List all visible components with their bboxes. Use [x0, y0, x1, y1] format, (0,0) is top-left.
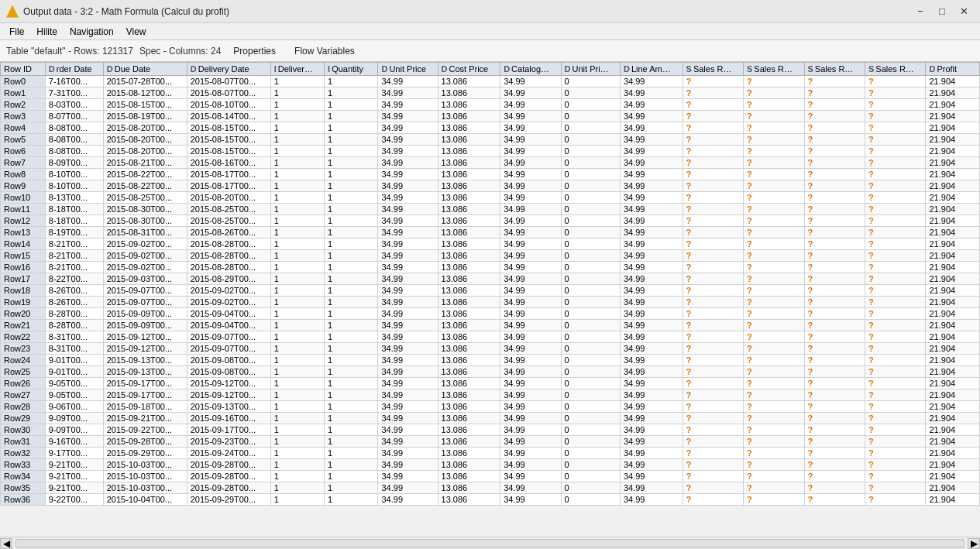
col-header-deliver[interactable]: IDeliver…: [270, 63, 324, 76]
table-row[interactable]: Row12 8-18T00... 2015-08-30T00... 2015-0…: [1, 215, 980, 227]
cell-line-am: 34.99: [620, 87, 683, 99]
table-row[interactable]: Row29 9-09T00... 2015-09-21T00... 2015-0…: [1, 413, 980, 424]
cell-sr4: ?: [865, 366, 925, 378]
cell-catalog: 34.99: [500, 331, 561, 343]
col-header-unit-price[interactable]: DUnit Price: [378, 63, 438, 76]
cell-delivery-date: 2015-08-28T00...: [187, 250, 270, 262]
scroll-left-button[interactable]: ◀: [0, 538, 12, 549]
cell-sr3: ?: [804, 238, 865, 250]
table-row[interactable]: Row13 8-19T00... 2015-08-31T00... 2015-0…: [1, 227, 980, 238]
col-header-unit-pri[interactable]: DUnit Pri…: [561, 63, 620, 76]
cell-unit-price: 34.99: [378, 76, 438, 87]
table-row[interactable]: Row15 8-21T00... 2015-09-02T00... 2015-0…: [1, 250, 980, 262]
cell-unit-pri: 0: [561, 134, 620, 146]
cell-unit-pri: 0: [561, 355, 620, 366]
table-row[interactable]: Row19 8-26T00... 2015-09-07T00... 2015-0…: [1, 297, 980, 308]
table-row[interactable]: Row9 8-10T00... 2015-08-22T00... 2015-08…: [1, 180, 980, 192]
menu-hilite[interactable]: Hilite: [30, 25, 64, 39]
menu-view[interactable]: View: [120, 25, 153, 39]
close-button[interactable]: ✕: [954, 5, 974, 19]
cell-line-am: 34.99: [620, 227, 683, 238]
table-row[interactable]: Row4 8-08T00... 2015-08-20T00... 2015-08…: [1, 122, 980, 134]
cell-deliver: 1: [270, 250, 324, 262]
cell-rowid: Row20: [1, 308, 46, 320]
table-row[interactable]: Row28 9-06T00... 2015-09-18T00... 2015-0…: [1, 401, 980, 413]
col-header-sr4[interactable]: SSales R…: [865, 63, 925, 76]
minimize-button[interactable]: −: [910, 5, 930, 19]
table-row[interactable]: Row6 8-08T00... 2015-08-20T00... 2015-08…: [1, 146, 980, 157]
cell-due-date: 2015-08-30T00...: [103, 204, 187, 215]
col-header-due-date[interactable]: DDue Date: [103, 63, 187, 76]
col-header-delivery-date[interactable]: DDelivery Date: [187, 63, 270, 76]
table-row[interactable]: Row5 8-08T00... 2015-08-20T00... 2015-08…: [1, 134, 980, 146]
col-header-catalog[interactable]: DCatalog…: [500, 63, 561, 76]
table-row[interactable]: Row14 8-21T00... 2015-09-02T00... 2015-0…: [1, 238, 980, 250]
col-header-sr2[interactable]: SSales R…: [744, 63, 804, 76]
col-header-quantity[interactable]: IQuantity: [325, 63, 378, 76]
col-header-order-date[interactable]: Drder Date: [45, 63, 103, 76]
table-row[interactable]: Row11 8-18T00... 2015-08-30T00... 2015-0…: [1, 204, 980, 215]
scroll-right-button[interactable]: ▶: [968, 538, 980, 549]
table-row[interactable]: Row33 9-21T00... 2015-10-03T00... 2015-0…: [1, 459, 980, 471]
cell-delivery-date: 2015-09-16T00...: [187, 413, 270, 424]
cell-unit-price: 34.99: [378, 192, 438, 204]
table-row[interactable]: Row10 8-13T00... 2015-08-25T00... 2015-0…: [1, 192, 980, 204]
cell-line-am: 34.99: [620, 111, 683, 122]
col-header-rowid[interactable]: Row ID: [1, 63, 46, 76]
cell-deliver: 1: [270, 192, 324, 204]
table-row[interactable]: Row1 7-31T00... 2015-08-12T00... 2015-08…: [1, 87, 980, 99]
table-row[interactable]: Row32 9-17T00... 2015-09-29T00... 2015-0…: [1, 448, 980, 459]
table-row[interactable]: Row18 8-26T00... 2015-09-07T00... 2015-0…: [1, 285, 980, 297]
cell-catalog: 34.99: [500, 146, 561, 157]
cell-sr2: ?: [744, 436, 804, 448]
table-row[interactable]: Row21 8-28T00... 2015-09-09T00... 2015-0…: [1, 320, 980, 331]
table-row[interactable]: Row2 8-03T00... 2015-08-15T00... 2015-08…: [1, 99, 980, 111]
table-row[interactable]: Row27 9-05T00... 2015-09-17T00... 2015-0…: [1, 389, 980, 401]
cell-delivery-date: 2015-08-17T00...: [187, 180, 270, 192]
menu-navigation[interactable]: Navigation: [64, 25, 120, 39]
cell-unit-pri: 0: [561, 448, 620, 459]
cell-unit-price: 34.99: [378, 262, 438, 273]
table-row[interactable]: Row35 9-21T00... 2015-10-03T00... 2015-0…: [1, 482, 980, 494]
table-row[interactable]: Row31 9-16T00... 2015-09-28T00... 2015-0…: [1, 436, 980, 448]
cell-sr2: ?: [744, 413, 804, 424]
cell-unit-pri: 0: [561, 215, 620, 227]
table-row[interactable]: Row0 7-16T00... 2015-07-28T00... 2015-08…: [1, 76, 980, 87]
cell-sr3: ?: [804, 87, 865, 99]
table-row[interactable]: Row25 9-01T00... 2015-09-13T00... 2015-0…: [1, 366, 980, 378]
table-row[interactable]: Row30 9-09T00... 2015-09-22T00... 2015-0…: [1, 424, 980, 436]
tab-properties[interactable]: Properties: [227, 44, 282, 58]
menu-file[interactable]: File: [3, 25, 30, 39]
horizontal-scrollbar[interactable]: [15, 539, 965, 548]
table-row[interactable]: Row16 8-21T00... 2015-09-02T00... 2015-0…: [1, 262, 980, 273]
cell-sr4: ?: [865, 424, 925, 436]
table-row[interactable]: Row34 9-21T00... 2015-10-03T00... 2015-0…: [1, 471, 980, 482]
table-row[interactable]: Row36 9-22T00... 2015-10-04T00... 2015-0…: [1, 494, 980, 506]
table-row[interactable]: Row3 8-07T00... 2015-08-19T00... 2015-08…: [1, 111, 980, 122]
col-header-profit[interactable]: DProfit: [926, 63, 980, 76]
col-header-sr3[interactable]: SSales R…: [804, 63, 865, 76]
table-row[interactable]: Row22 8-31T00... 2015-09-12T00... 2015-0…: [1, 331, 980, 343]
cell-quantity: 1: [325, 250, 378, 262]
cell-quantity: 1: [325, 308, 378, 320]
col-header-line-am[interactable]: DLine Am…: [620, 63, 683, 76]
col-header-cost-price[interactable]: DCost Price: [438, 63, 500, 76]
data-table-container[interactable]: Row ID Drder Date DDue Date DDelivery Da…: [0, 62, 980, 549]
table-row[interactable]: Row24 9-01T00... 2015-09-13T00... 2015-0…: [1, 355, 980, 366]
tab-flow-variables[interactable]: Flow Variables: [288, 44, 361, 58]
table-row[interactable]: Row20 8-28T00... 2015-09-09T00... 2015-0…: [1, 308, 980, 320]
cell-unit-pri: 0: [561, 401, 620, 413]
table-row[interactable]: Row26 9-05T00... 2015-09-17T00... 2015-0…: [1, 378, 980, 389]
cell-sr3: ?: [804, 146, 865, 157]
table-row[interactable]: Row17 8-22T00... 2015-09-03T00... 2015-0…: [1, 273, 980, 285]
cell-quantity: 1: [325, 76, 378, 87]
col-header-sr1[interactable]: SSales R…: [683, 63, 743, 76]
table-row[interactable]: Row23 8-31T00... 2015-09-12T00... 2015-0…: [1, 343, 980, 355]
table-row[interactable]: Row8 8-10T00... 2015-08-22T00... 2015-08…: [1, 169, 980, 180]
cell-sr3: ?: [804, 401, 865, 413]
cell-due-date: 2015-09-13T00...: [103, 355, 187, 366]
table-row[interactable]: Row7 8-09T00... 2015-08-21T00... 2015-08…: [1, 157, 980, 169]
cell-quantity: 1: [325, 169, 378, 180]
maximize-button[interactable]: □: [932, 5, 952, 19]
cell-rowid: Row24: [1, 355, 46, 366]
